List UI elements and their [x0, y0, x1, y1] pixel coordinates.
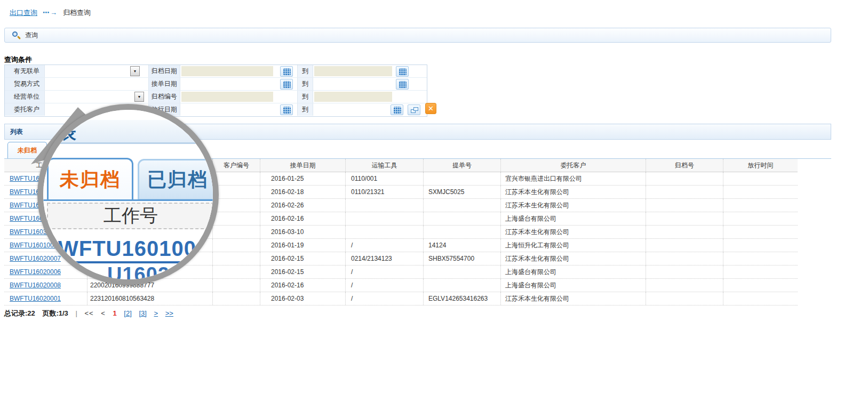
grid-cell: /	[345, 239, 423, 252]
grid-cell: 江苏禾本生化有限公司	[500, 199, 646, 212]
trade-mode-input[interactable]	[45, 78, 149, 90]
has-liandan-select[interactable]: ▼	[45, 65, 149, 77]
form-row-lianDan: 有无联单 ▼ 归档日期 到	[5, 65, 427, 78]
calendar-icon[interactable]	[396, 66, 409, 77]
grid-cell	[646, 199, 723, 212]
archive-no-to-input[interactable]	[314, 92, 392, 102]
archive-no-from-field[interactable]	[180, 91, 298, 103]
next-page-link[interactable]: >	[154, 309, 158, 317]
grid-cell	[646, 252, 723, 265]
grid-cell	[212, 226, 260, 238]
pagination-separator: |	[75, 309, 77, 317]
grid-cell: 0110/001	[345, 172, 423, 185]
calendar-icon[interactable]	[280, 66, 293, 77]
grid-cell	[723, 292, 798, 305]
archive-no-to-field[interactable]	[313, 91, 427, 103]
grid-cell	[212, 212, 260, 225]
business-unit-select[interactable]: ▼	[45, 91, 149, 103]
to-label: 到	[298, 78, 313, 90]
grid-cell: 宜兴市银燕进出口有限公司	[500, 172, 646, 185]
grid-header-cell: 运输工具	[345, 159, 423, 172]
grid-header-cell: 委托客户	[500, 159, 646, 172]
receive-date-from-field[interactable]	[180, 78, 298, 90]
grid-cell	[723, 199, 798, 212]
prev-page-button[interactable]: <	[101, 309, 106, 317]
grid-cell	[723, 212, 798, 225]
field-label-receive-date: 接单日期	[149, 78, 180, 90]
grid-cell	[723, 172, 798, 185]
work-no-link[interactable]: BWFTU16020006	[10, 268, 61, 276]
page-3-link[interactable]: [3]	[139, 309, 146, 317]
form-row-trade-mode: 贸易方式 接单日期 到	[5, 78, 427, 91]
last-page-link[interactable]: >>	[165, 309, 173, 317]
grid-cell: 2016-02-15	[260, 266, 345, 278]
grid-cell: 上海盛台有限公司	[500, 212, 646, 225]
grid-cell	[212, 186, 260, 198]
calendar-icon[interactable]	[391, 104, 403, 115]
magnified-tabs-divider	[43, 199, 213, 201]
calendar-icon[interactable]	[396, 79, 409, 90]
grid-cell: 2016-02-16	[260, 212, 345, 225]
grid-cell: 14124	[423, 239, 500, 252]
grid-cell	[423, 199, 500, 212]
pagination-bar: 总记录:22 页数:1/3 | << < 1 [2] [3] > >>	[4, 308, 179, 319]
magnified-tab-archived: 已归档	[138, 159, 213, 200]
grid-cell	[212, 292, 260, 305]
grid-cell	[212, 266, 260, 278]
archive-date-to-field[interactable]	[313, 65, 427, 77]
query-conditions-title: 查询条件	[4, 55, 32, 65]
receive-date-to-field[interactable]	[313, 78, 427, 90]
page-title: 归档查询	[63, 9, 91, 17]
release-date-from-field[interactable]	[180, 103, 298, 116]
grid-cell	[646, 279, 723, 292]
work-no-link[interactable]: BWFTU16020008	[10, 282, 61, 289]
grid-cell	[723, 266, 798, 278]
search-icon	[12, 31, 21, 40]
popup-window-icon[interactable]	[408, 104, 420, 115]
grid-cell: 江苏禾本生化有限公司	[500, 186, 646, 198]
page-2-link[interactable]: [2]	[124, 309, 131, 317]
grid-cell	[345, 212, 423, 225]
dropdown-arrow-button[interactable]: ▼	[134, 92, 144, 102]
query-form: 有无联单 ▼ 归档日期 到 贸易方式 接单日期 到	[4, 65, 427, 117]
breadcrumb-arrow-icon: ⋯→	[43, 9, 58, 17]
grid-cell	[345, 199, 423, 212]
archive-date-from-input[interactable]	[181, 66, 273, 76]
calendar-icon[interactable]	[280, 104, 293, 115]
grid-cell	[646, 212, 723, 225]
grid-cell: SHBX57554700	[423, 252, 500, 265]
grid-cell: 2016-02-15	[260, 252, 345, 265]
query-button-label[interactable]: 查询	[25, 28, 38, 43]
close-icon[interactable]: ✕	[425, 103, 436, 114]
grid-cell: BWFTU16020001	[4, 292, 87, 305]
grid-cell: 江苏禾本生化有限公司	[500, 292, 646, 305]
breadcrumb-parent-link[interactable]: 出口查询	[10, 9, 37, 17]
query-toolbar[interactable]: 查询	[4, 28, 831, 43]
calendar-icon[interactable]	[280, 79, 293, 90]
grid-cell: /	[345, 292, 423, 305]
field-label-archive-no: 归档编号	[149, 91, 180, 103]
grid-cell: 上海盛台有限公司	[500, 279, 646, 292]
grid-cell: 江苏禾本生化有限公司	[500, 252, 646, 265]
archive-date-from-field[interactable]	[180, 65, 298, 77]
magnified-workno-link: WFTU16010007	[58, 237, 213, 263]
archive-no-from-input[interactable]	[181, 92, 273, 102]
first-page-button[interactable]: <<	[84, 309, 93, 317]
work-no-link[interactable]: BWFTU16020007	[10, 255, 61, 262]
grid-cell: /	[345, 279, 423, 292]
grid-cell	[423, 279, 500, 292]
grid-cell: 2016-01-19	[260, 239, 345, 252]
magnified-tab-unarchived: 未归档	[47, 158, 133, 200]
field-label-business-unit: 经营单位	[5, 91, 45, 103]
grid-cell	[646, 226, 723, 238]
grid-cell	[723, 186, 798, 198]
release-date-to-field[interactable]	[313, 103, 427, 116]
grid-cell	[646, 186, 723, 198]
grid-cell	[646, 292, 723, 305]
to-label: 到	[298, 65, 313, 77]
magnifier-lens: 表 未归档 已归档 工作号 WFTU16010007 U16020015	[37, 104, 219, 285]
dropdown-arrow-button[interactable]: ▼	[130, 66, 140, 76]
grid-header-cell: 提单号	[423, 159, 500, 172]
work-no-link[interactable]: BWFTU16020001	[10, 295, 61, 302]
archive-date-to-input[interactable]	[314, 66, 392, 76]
